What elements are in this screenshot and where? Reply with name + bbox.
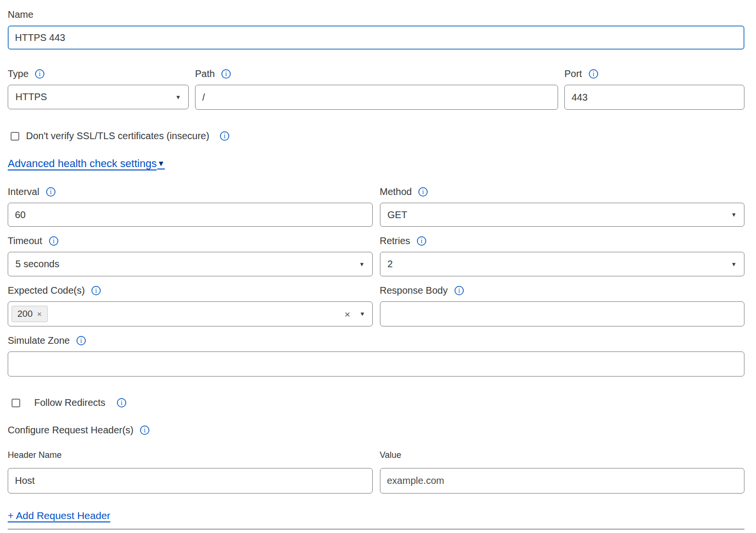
interval-field-group: Interval i [8, 186, 373, 227]
svg-text:i: i [50, 188, 52, 195]
add-header-wrap: + Add Request Header [8, 510, 744, 521]
port-field-group: Port i [564, 68, 744, 110]
retries-field-group: Retries i 2 ▼ [380, 235, 745, 276]
advanced-settings-toggle-wrap: Advanced health check settings▼ [8, 157, 744, 170]
expected-codes-label: Expected Code(s) [8, 285, 85, 296]
follow-redirects-row: Follow Redirects i [12, 397, 744, 408]
type-label: Type [8, 68, 28, 79]
svg-text:i: i [120, 399, 122, 406]
follow-redirects-label: Follow Redirects [34, 397, 105, 408]
method-field-group: Method i GET ▼ [380, 186, 745, 227]
info-icon[interactable]: i [417, 236, 427, 246]
retries-select-value: 2 [388, 259, 393, 270]
info-icon[interactable]: i [91, 286, 101, 296]
remove-tag-icon[interactable]: × [37, 310, 42, 318]
chevron-down-icon[interactable]: ▼ [360, 311, 365, 317]
svg-text:i: i [223, 132, 225, 140]
expected-codes-multiselect[interactable]: 200 × × ▼ [8, 301, 373, 326]
expected-code-tag-value: 200 [17, 309, 33, 319]
expected-code-tag: 200 × [12, 306, 48, 322]
header-name-input[interactable] [8, 468, 373, 494]
interval-label: Interval [8, 186, 39, 197]
svg-text:i: i [422, 188, 424, 195]
header-row: Header Name Value [8, 449, 744, 494]
expected-codes-field-group: Expected Code(s) i 200 × × ▼ [8, 285, 373, 326]
name-input[interactable] [8, 26, 744, 50]
chevron-down-icon: ▼ [359, 261, 365, 267]
response-body-label: Response Body [380, 285, 448, 296]
simulate-zone-input[interactable] [8, 351, 744, 377]
simulate-zone-field-group: Simulate Zone i [8, 335, 744, 377]
timeout-select-value: 5 seconds [15, 259, 59, 270]
svg-text:i: i [458, 286, 460, 294]
timeout-field-group: Timeout i 5 seconds ▼ [8, 235, 373, 276]
path-label: Path [195, 68, 215, 79]
info-icon[interactable]: i [588, 69, 599, 79]
response-body-input[interactable] [380, 301, 745, 326]
port-label: Port [564, 68, 582, 79]
interval-method-row: Interval i Method i GET ▼ [8, 186, 744, 235]
chevron-down-icon: ▼ [157, 159, 165, 168]
method-select[interactable]: GET ▼ [380, 203, 745, 227]
chevron-down-icon: ▼ [175, 94, 181, 100]
clear-all-icon[interactable]: × [344, 309, 350, 319]
svg-text:i: i [592, 70, 594, 78]
header-name-field-group: Header Name [8, 449, 373, 494]
svg-text:i: i [39, 70, 41, 78]
verify-ssl-label: Don't verify SSL/TLS certificates (insec… [26, 130, 209, 142]
interval-input[interactable] [8, 203, 373, 227]
request-headers-section-label: Configure Request Header(s) [8, 424, 133, 436]
info-icon[interactable]: i [418, 187, 428, 197]
section-divider [8, 529, 744, 530]
verify-ssl-row: Don't verify SSL/TLS certificates (insec… [11, 130, 744, 142]
verify-ssl-checkbox[interactable] [11, 132, 19, 141]
follow-redirects-checkbox[interactable] [12, 399, 20, 407]
request-headers-section: Configure Request Header(s) i [8, 424, 744, 436]
header-value-field-group: Value [380, 449, 745, 494]
svg-text:i: i [144, 426, 146, 434]
info-icon[interactable]: i [221, 69, 231, 79]
header-name-column-label: Header Name [8, 449, 373, 461]
response-body-field-group: Response Body i [380, 285, 745, 326]
method-select-value: GET [388, 209, 407, 221]
info-icon[interactable]: i [46, 187, 56, 197]
info-icon[interactable]: i [35, 69, 45, 79]
name-field-group: Name [8, 9, 744, 50]
port-input[interactable] [564, 85, 744, 110]
type-select[interactable]: HTTPS ▼ [8, 85, 189, 109]
timeout-label: Timeout [8, 235, 42, 247]
info-icon[interactable]: i [49, 236, 59, 246]
svg-text:i: i [52, 237, 54, 245]
info-icon[interactable]: i [117, 398, 127, 408]
retries-select[interactable]: 2 ▼ [380, 252, 745, 276]
type-field-group: Type i HTTPS ▼ [8, 68, 189, 110]
simulate-zone-label: Simulate Zone [8, 335, 70, 346]
header-value-input[interactable] [380, 468, 745, 494]
svg-text:i: i [80, 337, 82, 344]
info-icon[interactable]: i [140, 425, 150, 435]
chevron-down-icon: ▼ [731, 261, 737, 267]
header-value-column-label: Value [380, 449, 745, 461]
advanced-settings-toggle[interactable]: Advanced health check settings▼ [8, 157, 165, 170]
retries-label: Retries [380, 235, 410, 247]
chevron-down-icon: ▼ [731, 212, 737, 218]
codes-body-row: Expected Code(s) i 200 × × ▼ Response Bo… [8, 285, 744, 335]
path-input[interactable] [195, 85, 558, 110]
svg-text:i: i [420, 237, 422, 245]
info-icon[interactable]: i [454, 286, 464, 296]
svg-text:i: i [225, 70, 227, 78]
timeout-retries-row: Timeout i 5 seconds ▼ Retries i 2 ▼ [8, 235, 744, 285]
method-label: Method [380, 186, 412, 197]
name-label: Name [8, 9, 744, 20]
timeout-select[interactable]: 5 seconds ▼ [8, 252, 373, 276]
info-icon[interactable]: i [76, 336, 86, 346]
type-path-port-row: Type i HTTPS ▼ Path i Port i [8, 68, 744, 110]
svg-text:i: i [95, 286, 97, 294]
type-select-value: HTTPS [15, 91, 47, 103]
path-field-group: Path i [195, 68, 558, 110]
info-icon[interactable]: i [220, 131, 230, 141]
add-request-header-link[interactable]: + Add Request Header [8, 510, 110, 521]
